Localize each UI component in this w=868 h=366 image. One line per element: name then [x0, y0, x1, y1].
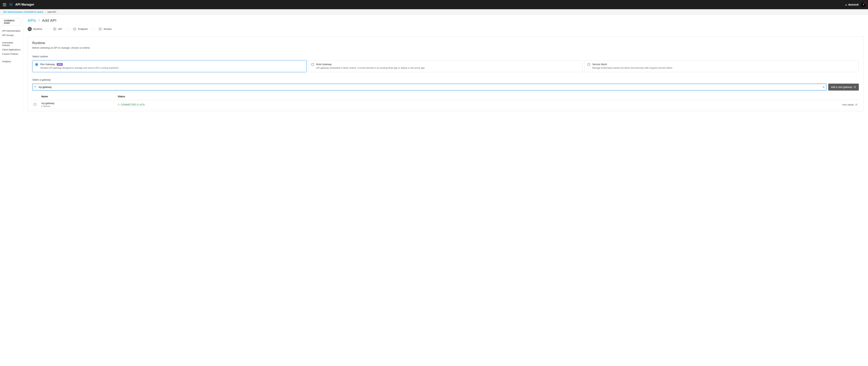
breadcrumb-bar: API Administration (SANDBOX-duke) | Add … — [0, 9, 868, 15]
select-gateway-label: Select a gateway — [32, 78, 859, 81]
topbar: API Manager MuleSoft ? — [0, 0, 868, 9]
gateway-status: CONNECTED (1 of 5) — [118, 103, 831, 106]
step-review[interactable]: Review — [98, 27, 112, 31]
panel-subheading: Before selecting an API to manage, choos… — [32, 47, 859, 49]
svg-point-4 — [34, 86, 36, 87]
svg-point-1 — [99, 28, 99, 29]
status-dot-icon — [118, 104, 119, 106]
runtime-card-desc: Ultrafast API gateway designed to manage… — [40, 66, 304, 69]
radio-icon — [587, 63, 590, 66]
page-breadcrumb-root[interactable]: APIs — [28, 18, 36, 23]
step-api[interactable]: API — [53, 27, 62, 31]
col-view — [833, 93, 859, 100]
sidebar-item-automated-policies[interactable]: Automated Policies — [2, 40, 21, 48]
sidebar-item-custom-policies[interactable]: Custom Policies — [2, 52, 21, 56]
runtime-card-title: Mule Gateway — [316, 63, 332, 66]
sidebar-item-api-administration[interactable]: API Administration — [2, 29, 21, 33]
step-connector — [65, 29, 70, 29]
col-name: Name — [40, 93, 116, 100]
search-icon — [34, 85, 36, 89]
org-icon — [845, 3, 847, 6]
sidebar: SANDBOX-DUKE API Administration API Grou… — [0, 15, 23, 113]
topbar-right: MuleSoft ? — [845, 3, 866, 7]
sidebar-item-api-groups[interactable]: API Groups — [2, 33, 21, 37]
runtime-card-title: Service Mesh — [592, 63, 607, 66]
runtime-card-title: Flex Gateway — [40, 63, 55, 66]
select-runtime-label: Select runtime — [32, 55, 859, 58]
menu-icon[interactable] — [2, 3, 7, 7]
view-details-link[interactable]: View details — [834, 104, 858, 106]
add-gateway-button[interactable]: Add a new gateway — [828, 84, 859, 90]
wizard-steps: Runtime API Endpoint Revie — [28, 27, 864, 31]
topbar-left: API Manager — [2, 3, 34, 7]
breadcrumb-env-link[interactable]: API Administration (SANDBOX-duke) — [3, 10, 43, 13]
gateway-search-input[interactable] — [32, 84, 827, 90]
mulesoft-logo-icon — [9, 3, 13, 7]
radio-icon[interactable] — [34, 103, 36, 106]
col-status: Status — [116, 93, 833, 100]
external-link-icon — [854, 86, 856, 88]
step-review-label: Review — [104, 28, 112, 30]
breadcrumb-current: Add API — [48, 10, 56, 13]
step-api-label: API — [58, 28, 62, 30]
col-select — [32, 93, 40, 100]
step-endpoint-label: Endpoint — [78, 28, 88, 30]
runtime-cards: Flex Gateway NEW Ultrafast API gateway d… — [32, 60, 859, 72]
gateway-replicas: 5 replicas — [41, 105, 115, 107]
app-title: API Manager — [15, 3, 34, 6]
page-breadcrumb: APIs / Add API — [28, 18, 864, 23]
cloud-icon — [28, 27, 32, 31]
runtime-card-desc: API gateway embedded in Mule runtime. Co… — [316, 66, 580, 69]
runtime-panel: Runtime Before selecting an API to manag… — [28, 36, 864, 111]
gateway-search-wrap: ✕ — [32, 84, 827, 90]
layout: SANDBOX-DUKE API Administration API Grou… — [0, 15, 868, 113]
api-icon — [53, 27, 57, 31]
org-name: MuleSoft — [848, 3, 859, 6]
help-icon[interactable]: ? — [861, 3, 866, 7]
breadcrumb-separator: | — [45, 10, 45, 13]
sidebar-item-analytics[interactable]: Analytics — [2, 59, 21, 64]
gateway-status-text: CONNECTED (1 of 5) — [121, 103, 145, 106]
panel-heading: Runtime — [32, 41, 859, 45]
page-breadcrumb-slash: / — [38, 18, 40, 23]
step-runtime[interactable]: Runtime — [28, 27, 42, 31]
new-badge: NEW — [57, 63, 63, 66]
runtime-card-desc: Manage Kubernetes-based non-Mule microse… — [592, 66, 856, 69]
add-gateway-button-label: Add a new gateway — [831, 86, 852, 88]
endpoint-icon — [72, 27, 77, 31]
step-runtime-label: Runtime — [33, 28, 42, 30]
view-details-label: View details — [842, 104, 854, 106]
svg-point-3 — [99, 29, 99, 30]
gateway-table: Name Status my-gateway 5 replicas — [32, 93, 859, 109]
page-breadcrumb-current: Add API — [42, 18, 56, 23]
sidebar-item-client-applications[interactable]: Client Applications — [2, 48, 21, 52]
list-icon — [98, 27, 102, 31]
radio-icon — [311, 63, 314, 66]
gateway-row[interactable]: my-gateway 5 replicas CONNECTED (1 of 5) — [32, 100, 859, 109]
gateway-name: my-gateway — [41, 102, 115, 105]
step-connector — [45, 29, 50, 29]
close-icon[interactable]: ✕ — [823, 85, 825, 89]
gateway-controls: ✕ Add a new gateway — [32, 84, 859, 90]
main-content: APIs / Add API Runtime API — [23, 15, 868, 113]
runtime-card-mule-gateway[interactable]: Mule Gateway API gateway embedded in Mul… — [308, 60, 583, 72]
org-switcher[interactable]: MuleSoft — [845, 3, 859, 6]
runtime-card-flex-gateway[interactable]: Flex Gateway NEW Ultrafast API gateway d… — [32, 60, 307, 72]
external-link-icon — [855, 104, 858, 106]
radio-icon — [35, 63, 38, 66]
environment-selector[interactable]: SANDBOX-DUKE — [2, 18, 21, 26]
step-connector — [90, 29, 95, 29]
runtime-card-service-mesh[interactable]: Service Mesh Manage Kubernetes-based non… — [585, 60, 859, 72]
step-endpoint[interactable]: Endpoint — [72, 27, 88, 31]
